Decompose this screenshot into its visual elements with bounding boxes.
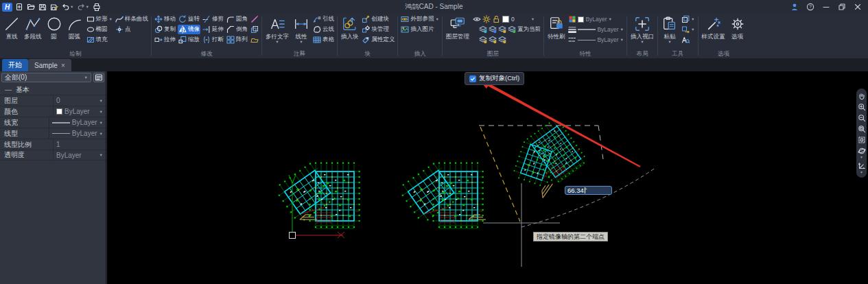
property-value[interactable]: ByLayer ▼ xyxy=(49,128,106,139)
ribbon-button-block-manage[interactable]: 块管理 xyxy=(361,25,395,34)
ribbon-button-circle[interactable]: 圆 xyxy=(45,14,64,40)
ribbon-button-erase[interactable] xyxy=(250,14,259,24)
ribbon-button-rectangle[interactable]: 矩形▼ xyxy=(86,14,113,24)
nav-pan-button[interactable] xyxy=(858,91,866,101)
ribbon-button-create-block[interactable]: 创建块 xyxy=(361,14,395,24)
layer-freeze-toggle[interactable] xyxy=(482,15,491,23)
floor-plan-left[interactable] xyxy=(274,161,360,228)
ribbon-button-insert-block[interactable]: 插入块 xyxy=(340,14,360,40)
layer-lock-toggle[interactable] xyxy=(492,15,500,23)
property-value[interactable]: 0 ▼ xyxy=(54,95,106,106)
ribbon-button-find-replace[interactable] xyxy=(681,35,695,45)
layer-tool-isolate[interactable] xyxy=(489,25,497,34)
ribbon-button-break[interactable]: 打断 xyxy=(202,35,224,45)
property-value[interactable]: ByLayer ▼ xyxy=(54,150,106,160)
property-value[interactable]: ByLayer ▼ xyxy=(54,106,106,117)
ribbon-button-hatch[interactable]: 填充 xyxy=(86,35,113,45)
filter-list-icon xyxy=(95,73,103,82)
dimension-input[interactable]: 66.34° xyxy=(565,186,612,195)
layer-tool-off[interactable] xyxy=(479,25,487,34)
ribbon-button-revcloud[interactable]: 云线 xyxy=(312,25,335,34)
property-row-2: 线宽 ByLayer ▼ xyxy=(0,117,106,128)
save-as-button[interactable] xyxy=(49,1,59,12)
ribbon-button-explode[interactable] xyxy=(250,35,259,45)
help-button[interactable]: ? xyxy=(806,1,815,12)
nav-orbit-button[interactable]: ▼ xyxy=(858,146,866,160)
print-button[interactable] xyxy=(92,1,102,12)
layer-color-swatch[interactable] xyxy=(502,15,510,23)
ribbon-button-mirror[interactable]: 镜像 xyxy=(178,25,200,34)
property-value[interactable]: 1 xyxy=(54,139,106,150)
property-row-4: 线型比例 1 xyxy=(0,139,106,150)
ribbon-button-viewport[interactable]: 插入视口▼ xyxy=(629,14,655,44)
close-button[interactable] xyxy=(853,1,863,12)
ribbon-button-leader[interactable]: 引线 xyxy=(312,14,335,24)
filter-list-button[interactable] xyxy=(93,73,104,82)
redo-button[interactable]: ▼ xyxy=(76,1,89,12)
ribbon-button-move[interactable]: 移动 xyxy=(154,14,176,24)
minimize-button[interactable] xyxy=(821,1,831,12)
ribbon-button-array[interactable]: 阵列 xyxy=(226,35,248,45)
ribbon-button-copy[interactable]: 复制 xyxy=(154,25,176,34)
layer-tool-thaw[interactable] xyxy=(489,36,497,44)
property-dropdown-2[interactable]: ByLayer▼ xyxy=(567,35,624,45)
ribbon-button-xref[interactable]: 外部参照▼ xyxy=(400,14,439,24)
ribbon-button-draw-line[interactable]: 直线 xyxy=(2,14,21,40)
ribbon-button-ellipse[interactable]: 椭圆 xyxy=(86,25,113,34)
maximize-button[interactable] xyxy=(837,1,847,12)
layer-visibility-toggle[interactable] xyxy=(473,15,481,23)
ribbon-button-spline[interactable]: 样条曲线 xyxy=(115,14,149,24)
ribbon-button-options-gear[interactable]: 选项 xyxy=(728,14,747,40)
ribbon-button-table[interactable]: 表格 xyxy=(312,35,335,45)
ribbon-button-scale[interactable]: 缩放 xyxy=(178,35,200,45)
ribbon-button-trim[interactable]: 修剪 xyxy=(202,14,224,24)
ribbon-button-fillet[interactable]: 圆角 xyxy=(226,14,248,24)
nav-zoom-out-button[interactable] xyxy=(858,113,866,123)
ribbon-button-rotate[interactable]: 旋转 xyxy=(178,14,200,24)
ribbon-button-style-settings[interactable]: 样式设置 xyxy=(701,14,727,40)
ribbon-button-copy-clip[interactable]: ▼ xyxy=(681,14,695,24)
selection-filter-dropdown[interactable]: 全部(0)▼ xyxy=(1,73,91,82)
ribbon-button-prop-brush[interactable]: 特性刷 xyxy=(546,14,567,40)
ribbon-button-offset[interactable] xyxy=(250,25,259,34)
layer-tool-on[interactable] xyxy=(479,36,487,44)
ribbon-panel-2: 多行文字▼线性▼引线云线表格注释 xyxy=(262,14,337,58)
ribbon-button-image[interactable]: 插入图片 xyxy=(400,25,439,34)
undo-button[interactable]: ▼ xyxy=(61,1,74,12)
tab-close-icon[interactable]: × xyxy=(61,62,65,69)
document-tab-开始[interactable]: 开始 xyxy=(2,59,28,71)
nav-ucs-axes-button[interactable]: ▼ xyxy=(858,161,866,175)
ribbon-button-arc[interactable]: 圆弧 xyxy=(65,14,84,40)
ribbon-button-polyline[interactable]: 多段线 xyxy=(23,14,43,40)
nav-zoom-in-button[interactable] xyxy=(858,102,866,112)
document-tab-Sample[interactable]: Sample× xyxy=(28,59,71,71)
document-tab-bar: 开始Sample× xyxy=(0,58,868,71)
layer-tool-match[interactable] xyxy=(508,25,516,34)
open-file-button[interactable] xyxy=(26,1,36,12)
drawing-canvas[interactable]: 复制对象(Ctrl) 66.34° 指定镜像轴的第二个端点 ▼▼ xyxy=(107,71,868,284)
ribbon-button-chamfer[interactable]: 倒角 xyxy=(226,25,248,34)
property-value[interactable]: ByLayer ▼ xyxy=(49,117,106,128)
panel-label: 注释 xyxy=(264,50,335,58)
layer-tool-unlock[interactable] xyxy=(498,36,506,44)
layer-tool-lock[interactable] xyxy=(498,25,506,34)
user-account-button[interactable] xyxy=(790,1,799,12)
property-dropdown-0[interactable]: ByLayer▼ xyxy=(567,14,624,24)
ribbon-button-stretch[interactable]: 拉伸 xyxy=(154,35,176,45)
ribbon-button-extend[interactable]: 延伸 xyxy=(202,25,224,34)
ribbon-button-mtext[interactable]: 多行文字▼ xyxy=(264,14,290,44)
new-file-button[interactable] xyxy=(14,1,24,12)
save-file-button[interactable] xyxy=(38,1,47,12)
nav-zoom-extents-button[interactable] xyxy=(858,135,866,145)
copy-object-checkbox[interactable] xyxy=(469,75,476,82)
ribbon-button-paste[interactable]: 粘贴▼ xyxy=(660,14,679,44)
section-header-basic[interactable]: —基本 xyxy=(0,84,106,95)
set-current-layer-button[interactable]: 置为当前 xyxy=(517,25,541,34)
nav-zoom-window-button[interactable] xyxy=(858,124,866,134)
ribbon-button-attr-def[interactable]: 属性定义 xyxy=(361,35,395,45)
ribbon-button-dim-linear[interactable]: 线性▼ xyxy=(292,14,311,44)
ribbon-button-point[interactable]: 点 xyxy=(115,25,149,34)
ribbon-button-layer-manager[interactable]: 图层管理 xyxy=(445,14,471,40)
property-dropdown-1[interactable]: ByLayer▼ xyxy=(567,25,624,34)
ribbon-button-copy-base[interactable]: ▼ xyxy=(681,25,695,34)
